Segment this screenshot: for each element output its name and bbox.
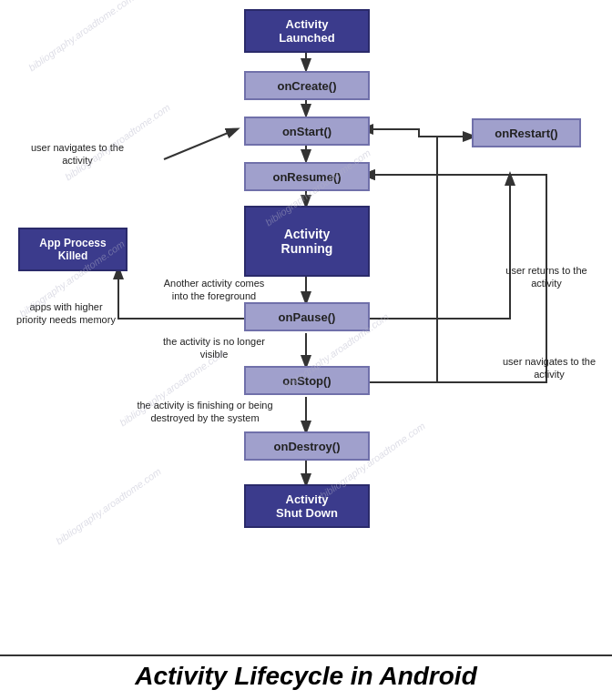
- label-activity-finishing: the activity is finishing or being destr…: [132, 399, 278, 425]
- box-onresume-label: onResume(): [272, 170, 341, 184]
- box-activity-running: Activity Running: [244, 206, 370, 277]
- box-onrestart-label: onRestart(): [495, 127, 557, 140]
- box-onrestart: onRestart(): [472, 118, 581, 147]
- diagram-container: bibliography.aroadtome.com bibliography.…: [0, 0, 612, 700]
- label-user-navigates-2: user navigates to the activity: [499, 355, 599, 381]
- box-onpause-label: onPause(): [279, 310, 336, 324]
- watermark-5: bibliography.aroadtome.com: [54, 466, 163, 547]
- box-app-process-killed: App Process Killed: [18, 228, 128, 271]
- box-oncreate: onCreate(): [244, 71, 370, 100]
- label-no-longer-visible: the activity is no longer visible: [155, 335, 273, 361]
- box-activity-shutdown: Activity Shut Down: [244, 484, 370, 528]
- label-user-returns: user returns to the activity: [496, 264, 597, 290]
- box-onstop-label: onStop(): [282, 374, 331, 388]
- label-user-navigates-1: user navigates to the activity: [27, 141, 128, 167]
- box-activity-shutdown-label: Activity Shut Down: [276, 492, 338, 520]
- box-activity-running-label: Activity Running: [281, 227, 333, 256]
- page-title: Activity Lifecycle in Android: [135, 662, 476, 690]
- label-another-activity: Another activity comes into the foregrou…: [155, 277, 273, 303]
- box-activity-launched-label: Activity Launched: [279, 17, 334, 45]
- box-ondestroy: onDestroy(): [244, 431, 370, 461]
- box-app-process-killed-label: App Process Killed: [39, 237, 106, 262]
- box-onstart-label: onStart(): [282, 125, 332, 138]
- box-onpause: onPause(): [244, 302, 370, 331]
- box-oncreate-label: onCreate(): [277, 79, 336, 93]
- label-apps-higher-priority: apps with higher priority needs memory: [14, 300, 118, 327]
- box-onstop: onStop(): [244, 366, 370, 395]
- box-onstart: onStart(): [244, 117, 370, 146]
- title-section: Activity Lifecycle in Android: [0, 654, 612, 691]
- watermark-1: bibliography.aroadtome.com: [26, 0, 136, 73]
- box-onresume: onResume(): [244, 162, 370, 191]
- box-ondestroy-label: onDestroy(): [274, 440, 341, 453]
- box-activity-launched: Activity Launched: [244, 9, 370, 53]
